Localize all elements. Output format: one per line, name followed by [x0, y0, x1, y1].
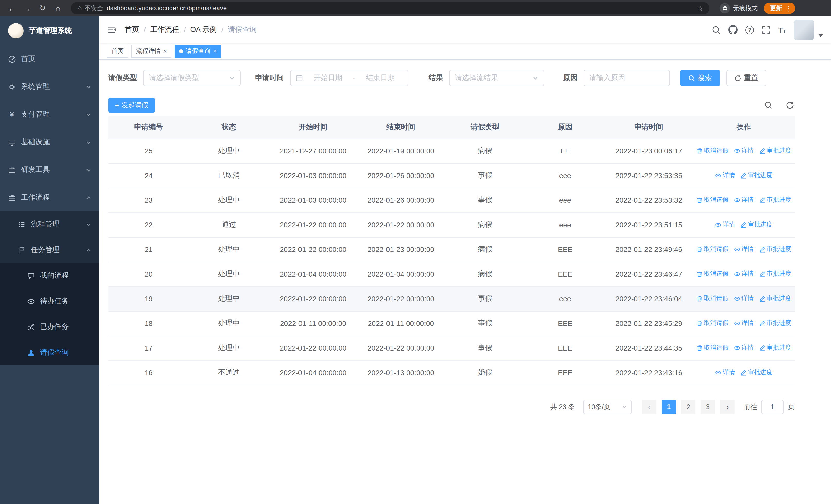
approval-progress-link[interactable]: 审批进度 — [759, 147, 791, 155]
forward-icon[interactable]: → — [21, 2, 34, 15]
reload-icon[interactable]: ↻ — [36, 2, 49, 15]
delete-icon — [696, 197, 703, 203]
approval-progress-link[interactable]: 审批进度 — [740, 171, 773, 180]
sidebar-item-done-tasks[interactable]: 已办任务 — [0, 314, 99, 340]
cancel-leave-link[interactable]: 取消请假 — [696, 270, 728, 278]
sidebar-item-devtools[interactable]: 研发工具 — [0, 156, 99, 184]
date-range-picker[interactable]: 开始日期 - 结束日期 — [290, 70, 408, 86]
sidebar-item-system[interactable]: 系统管理 — [0, 73, 99, 100]
cancel-leave-link[interactable]: 取消请假 — [696, 245, 728, 254]
page-button-2[interactable]: 2 — [681, 399, 695, 414]
user-avatar[interactable] — [794, 20, 814, 40]
detail-link[interactable]: 详情 — [734, 245, 754, 254]
search-button[interactable]: 搜索 — [680, 70, 720, 86]
close-icon[interactable]: × — [213, 48, 217, 54]
toggle-search-icon[interactable] — [764, 101, 773, 109]
next-page-button[interactable]: › — [720, 399, 735, 414]
github-icon[interactable] — [728, 25, 738, 34]
cell-apply-time: 2022-01-22 23:44:35 — [605, 336, 693, 360]
cell-end-time: 2022-01-26 00:00:00 — [357, 188, 445, 212]
cancel-leave-link[interactable]: 取消请假 — [696, 196, 728, 205]
help-icon[interactable]: ? — [746, 25, 754, 34]
cancel-leave-link[interactable]: 取消请假 — [696, 147, 728, 155]
page-button-3[interactable]: 3 — [700, 399, 715, 414]
goto-page-input[interactable] — [761, 399, 784, 414]
detail-link[interactable]: 详情 — [715, 171, 735, 180]
close-icon[interactable]: × — [163, 48, 167, 54]
app-shell: 芋道管理系统 首页 系统管理 ¥ 支付管理 — [0, 17, 831, 504]
approval-progress-link[interactable]: 审批进度 — [759, 270, 791, 278]
detail-link[interactable]: 详情 — [734, 319, 754, 328]
sidebar-item-workflow[interactable]: 工作流程 — [0, 184, 99, 211]
cell-apply-time: 2022-01-22 23:45:29 — [605, 311, 693, 336]
page-size-select[interactable]: 10条/页 — [583, 399, 632, 414]
back-icon[interactable]: ← — [5, 2, 19, 15]
detail-link[interactable]: 详情 — [715, 220, 735, 229]
breadcrumb-item[interactable]: 首页 — [125, 25, 139, 34]
cancel-leave-link[interactable]: 取消请假 — [696, 344, 728, 352]
col-header-operations: 操作 — [693, 116, 795, 139]
approval-progress-link[interactable]: 审批进度 — [759, 319, 791, 328]
refresh-icon[interactable] — [785, 101, 795, 109]
bookmark-star-icon[interactable]: ☆ — [697, 4, 703, 12]
fullscreen-icon[interactable] — [762, 25, 771, 34]
home-icon[interactable]: ⌂ — [51, 2, 65, 15]
approval-progress-link[interactable]: 审批进度 — [740, 368, 773, 377]
detail-link[interactable]: 详情 — [734, 147, 754, 155]
detail-link[interactable]: 详情 — [734, 344, 754, 352]
col-header-reason: 原因 — [525, 116, 605, 139]
security-warning[interactable]: ⚠不安全 — [77, 4, 103, 12]
cell-leave-type: 病假 — [445, 139, 525, 163]
address-bar[interactable]: ⚠不安全 dashboard.yudao.iocoder.cn/bpm/oa/l… — [71, 2, 709, 14]
create-leave-button[interactable]: + 发起请假 — [108, 97, 155, 113]
cell-operations: 取消请假详情审批进度 — [693, 139, 795, 163]
chevron-up-icon — [86, 247, 91, 253]
cell-reason: eee — [525, 188, 605, 212]
sidebar-item-leave-query[interactable]: 请假查询 — [0, 340, 99, 365]
detail-link[interactable]: 详情 — [734, 270, 754, 278]
cell-start-time: 2022-01-04 00:00:00 — [269, 360, 357, 385]
result-select[interactable]: 请选择流结果 — [449, 70, 544, 86]
cancel-leave-link[interactable]: 取消请假 — [696, 319, 728, 328]
browser-menu-icon[interactable]: ⋮ — [785, 4, 792, 12]
approval-progress-link[interactable]: 审批进度 — [759, 344, 791, 352]
font-size-icon[interactable]: TT — [778, 25, 786, 34]
breadcrumb-item[interactable]: OA 示例 — [191, 25, 217, 34]
reset-button[interactable]: 重置 — [726, 70, 766, 86]
search-icon[interactable] — [712, 25, 721, 34]
sidebar-item-home[interactable]: 首页 — [0, 45, 99, 73]
detail-link[interactable]: 详情 — [734, 196, 754, 205]
cell-start-time: 2021-12-27 00:00:00 — [269, 139, 357, 163]
sidebar-item-my-processes[interactable]: 我的流程 — [0, 263, 99, 289]
sidebar-item-infra[interactable]: 基础设施 — [0, 128, 99, 156]
detail-link[interactable]: 详情 — [734, 294, 754, 303]
sidebar-item-label: 流程管理 — [31, 220, 60, 229]
approval-progress-link[interactable]: 审批进度 — [759, 294, 791, 303]
cell-apply-time: 2022-01-22 23:53:32 — [605, 188, 693, 212]
reason-input[interactable]: 请输入原因 — [583, 70, 670, 86]
cell-id: 21 — [108, 237, 189, 262]
cell-start-time: 2022-01-22 00:00:00 — [269, 212, 357, 237]
tab-home[interactable]: 首页 — [107, 45, 128, 58]
cancel-leave-link[interactable]: 取消请假 — [696, 294, 728, 303]
approval-progress-link[interactable]: 审批进度 — [759, 196, 791, 205]
breadcrumb-item[interactable]: 工作流程 — [150, 25, 179, 34]
prev-page-button[interactable]: ‹ — [642, 399, 657, 414]
sidebar-item-process-mgmt[interactable]: 流程管理 — [0, 211, 99, 237]
sidebar-item-payment[interactable]: ¥ 支付管理 — [0, 100, 99, 128]
sidebar-item-task-mgmt[interactable]: 任务管理 — [0, 237, 99, 263]
page-button-1[interactable]: 1 — [662, 399, 676, 414]
approval-progress-link[interactable]: 审批进度 — [740, 220, 773, 229]
view-icon — [734, 296, 740, 302]
update-button[interactable]: 更新 ⋮ — [764, 3, 795, 14]
sidebar-item-todo-tasks[interactable]: 待办任务 — [0, 289, 99, 314]
avatar-caret-icon[interactable] — [819, 34, 823, 37]
logo[interactable]: 芋道管理系统 — [0, 17, 99, 45]
cell-status: 处理中 — [189, 336, 269, 360]
tab-leave-query[interactable]: 请假查询 × — [174, 45, 221, 58]
leave-type-select[interactable]: 请选择请假类型 — [143, 70, 241, 86]
detail-link[interactable]: 详情 — [715, 368, 735, 377]
sidebar-toggle-icon[interactable] — [107, 25, 116, 34]
tab-process-detail[interactable]: 流程详情 × — [132, 45, 171, 58]
approval-progress-link[interactable]: 审批进度 — [759, 245, 791, 254]
